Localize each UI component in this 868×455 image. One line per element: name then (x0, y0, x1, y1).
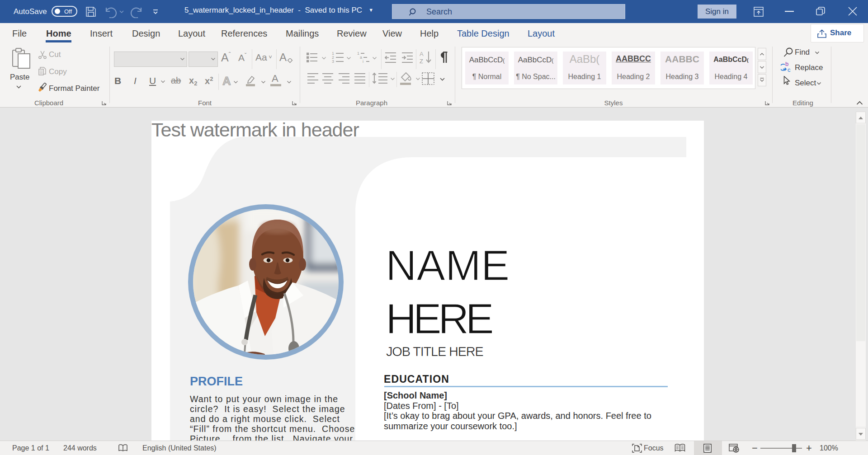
svg-text:Z: Z (420, 58, 423, 64)
svg-text:c: c (788, 66, 791, 73)
svg-text:i: i (363, 59, 363, 64)
svg-text:a: a (360, 55, 362, 60)
svg-text:A: A (420, 51, 424, 57)
svg-text:3: 3 (332, 59, 334, 64)
svg-text:1: 1 (357, 51, 359, 56)
